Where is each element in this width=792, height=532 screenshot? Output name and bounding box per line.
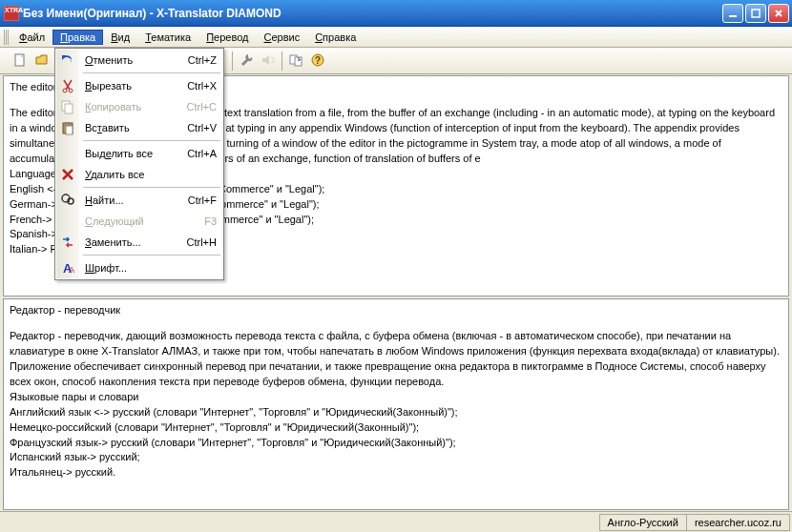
help-icon: ? [310, 52, 325, 70]
menu-item-вставить[interactable]: ВставитьCtrl+V [56, 117, 222, 138]
menu-item-отменить[interactable]: ОтменитьCtrl+Z [56, 50, 222, 71]
language-pair-status[interactable]: Англо-Русский [599, 514, 687, 531]
wrench-icon [239, 52, 254, 70]
blank [60, 214, 75, 229]
replace-icon [60, 235, 75, 250]
app-icon: XTRA [4, 6, 19, 21]
menu-правка[interactable]: Правка [52, 30, 103, 45]
svg-rect-1 [752, 10, 760, 17]
minimize-button[interactable] [722, 4, 743, 23]
open-icon [34, 52, 50, 70]
edit-menu-dropdown: ОтменитьCtrl+ZВырезатьCtrl+XКопироватьCt… [54, 48, 224, 280]
blank [60, 146, 75, 161]
svg-rect-0 [729, 15, 737, 17]
window-title: Без Имени(Оригинал) - X-Translator DIAMO… [23, 7, 722, 20]
svg-rect-24 [65, 122, 71, 125]
menu-справка[interactable]: Справка [307, 30, 364, 45]
new-icon [12, 52, 28, 70]
delete-icon [60, 167, 75, 182]
svg-rect-22 [65, 104, 73, 113]
menu-вид[interactable]: Вид [103, 30, 137, 45]
menu-файл[interactable]: Файл [11, 30, 52, 45]
menu-item-найти-[interactable]: Найти...Ctrl+F [56, 190, 222, 211]
menu-тематика[interactable]: Тематика [137, 30, 198, 45]
help-button[interactable]: ? [307, 51, 328, 72]
open-button[interactable] [31, 51, 52, 72]
menu-item-следующий: СледующийF3 [56, 211, 222, 232]
watermark: researcher.ucoz.ru [686, 514, 790, 531]
speaker-icon [261, 52, 276, 70]
find-icon [60, 193, 75, 208]
translation-text-pane[interactable]: Редактор - переводчикРедактор - переводч… [3, 298, 789, 510]
svg-text:A: A [69, 265, 74, 275]
menu-сервис[interactable]: Сервис [256, 30, 307, 45]
title-bar: XTRA Без Имени(Оригинал) - X-Translator … [0, 0, 792, 27]
paste-icon [60, 120, 75, 135]
menu-item-выделить-все[interactable]: Выделить всеCtrl+A [56, 143, 222, 164]
svg-text:?: ? [315, 55, 321, 66]
new-button[interactable] [10, 51, 31, 72]
cut-icon [60, 78, 75, 93]
status-bar: Англо-Русский researcher.ucoz.ru [0, 511, 792, 532]
menu-bar: ФайлПравкаВидТематикаПереводСервисСправк… [0, 27, 792, 48]
menu-item-шрифт-[interactable]: AAШрифт... [56, 257, 222, 278]
copy-icon [60, 99, 75, 114]
speaker-button [258, 51, 279, 72]
menu-item-заменить-[interactable]: Заменить...Ctrl+H [56, 232, 222, 253]
maximize-button[interactable] [745, 4, 766, 23]
toolbar-grip[interactable] [2, 51, 8, 71]
menubar-grip[interactable] [4, 30, 10, 45]
wrench-button[interactable] [236, 51, 257, 72]
menu-перевод[interactable]: Перевод [198, 30, 256, 45]
menu-item-вырезать[interactable]: ВырезатьCtrl+X [56, 75, 222, 96]
menu-item-удалить-все[interactable]: Удалить все [56, 164, 222, 185]
undo-icon [60, 52, 75, 68]
svg-rect-25 [66, 126, 73, 134]
svg-point-20 [69, 89, 73, 92]
svg-point-19 [63, 89, 67, 92]
bookmark-icon [288, 52, 303, 70]
font-icon: AA [60, 260, 75, 276]
menu-item-копировать: КопироватьCtrl+C [56, 96, 222, 117]
bookmark-button[interactable] [285, 51, 306, 72]
close-button[interactable] [768, 4, 789, 23]
